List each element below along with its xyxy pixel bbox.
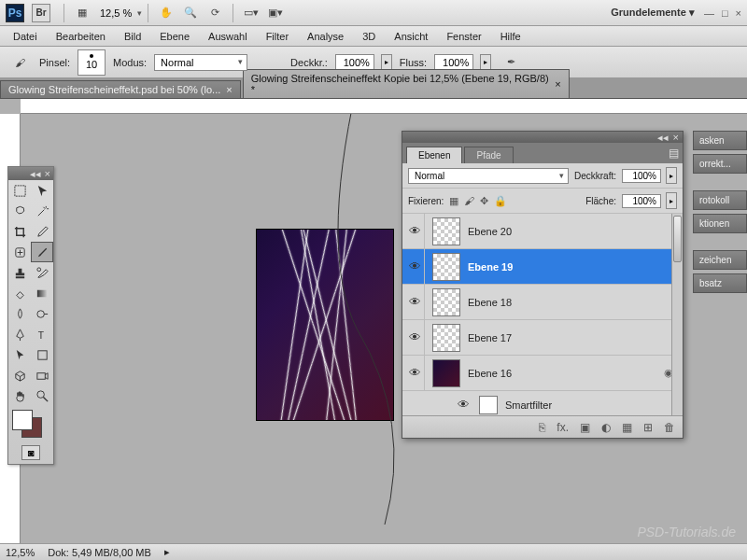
- scroll-thumb[interactable]: [673, 216, 682, 262]
- toolbox-header[interactable]: ◂◂×: [8, 167, 53, 180]
- move-tool-icon[interactable]: [31, 180, 53, 201]
- menu-fenster[interactable]: Fenster: [437, 28, 490, 45]
- opacity-flyout-icon[interactable]: ▸: [666, 167, 677, 184]
- menu-analyse[interactable]: Analyse: [298, 28, 353, 45]
- layer-blend-select[interactable]: Normal: [408, 168, 569, 184]
- layer-thumbnail[interactable]: [432, 359, 460, 387]
- workspace-select[interactable]: Grundelemente ▾: [611, 7, 695, 19]
- eyedropper-tool-icon[interactable]: [31, 221, 53, 242]
- layer-name[interactable]: Ebene 18: [468, 297, 512, 308]
- doc-tab-1[interactable]: Glowing Streifenscheineffekt.psd bei 50%…: [0, 80, 241, 98]
- foreground-swatch[interactable]: [12, 410, 33, 430]
- zoom-select[interactable]: 12,5 %: [100, 7, 132, 19]
- shape-tool-icon[interactable]: [31, 344, 53, 365]
- menu-bild[interactable]: Bild: [115, 28, 150, 45]
- blur-tool-icon[interactable]: [8, 303, 31, 324]
- type-tool-icon[interactable]: T: [31, 324, 53, 344]
- hand-tool-icon[interactable]: ✋: [156, 4, 176, 22]
- menu-datei[interactable]: Datei: [4, 28, 47, 45]
- visibility-toggle-icon[interactable]: 👁: [408, 366, 423, 380]
- close-tab-icon[interactable]: ×: [226, 84, 232, 95]
- panel-tab-zeichen[interactable]: zeichen: [693, 250, 747, 270]
- color-swatches[interactable]: [8, 406, 53, 441]
- panel-tab-korrekt[interactable]: orrekt...: [693, 154, 747, 174]
- adjustment-layer-icon[interactable]: ◐: [601, 421, 611, 434]
- 3d-tool-icon[interactable]: [8, 365, 31, 385]
- menu-hilfe[interactable]: Hilfe: [491, 28, 530, 45]
- layer-row[interactable]: 👁Ebene 16◉: [402, 356, 683, 391]
- collapse-icon[interactable]: ◂◂: [657, 132, 669, 144]
- eraser-tool-icon[interactable]: [8, 283, 31, 303]
- menu-bearbeiten[interactable]: Bearbeiten: [47, 28, 115, 45]
- scrollbar[interactable]: [671, 214, 683, 415]
- screen-mode-icon[interactable]: ▣▾: [265, 4, 286, 22]
- panel-tab-absatz[interactable]: bsatz: [693, 273, 747, 293]
- group-icon[interactable]: ▦: [622, 421, 632, 434]
- delete-layer-icon[interactable]: 🗑: [664, 421, 675, 434]
- layer-name[interactable]: Ebene 17: [468, 332, 512, 343]
- smartfilter-row[interactable]: 👁Smartfilter: [402, 391, 683, 415]
- pen-tool-icon[interactable]: [8, 324, 31, 344]
- layer-mask-icon[interactable]: ▣: [580, 421, 590, 434]
- wand-tool-icon[interactable]: [31, 201, 53, 221]
- rotate-view-icon[interactable]: ⟳: [204, 4, 225, 22]
- close-tab-icon[interactable]: ×: [555, 78, 560, 90]
- lock-transparency-icon[interactable]: ▦: [449, 195, 458, 207]
- layer-opacity-input[interactable]: 100%: [622, 169, 661, 183]
- hand-tool-icon[interactable]: [8, 385, 31, 406]
- layer-thumbnail[interactable]: [432, 217, 460, 245]
- marquee-tool-icon[interactable]: [8, 180, 31, 201]
- minimize-icon[interactable]: —: [704, 7, 714, 19]
- zoom-tool-icon[interactable]: 🔍: [180, 4, 201, 22]
- fill-flyout-icon[interactable]: ▸: [666, 192, 677, 209]
- tab-ebenen[interactable]: Ebenen: [406, 147, 462, 163]
- menu-3d[interactable]: 3D: [353, 28, 385, 45]
- status-zoom[interactable]: 12,5%: [6, 547, 35, 558]
- doc-tab-2[interactable]: Glowing Streifenscheineffekt Kopie bei 1…: [243, 69, 570, 98]
- layer-fill-input[interactable]: 100%: [622, 194, 661, 208]
- new-layer-icon[interactable]: ⊞: [643, 421, 653, 434]
- flow-input[interactable]: 100%: [434, 54, 473, 71]
- visibility-toggle-icon[interactable]: 👁: [408, 330, 423, 344]
- opacity-input[interactable]: 100%: [335, 54, 374, 71]
- close-icon[interactable]: ×: [45, 168, 50, 179]
- layer-row[interactable]: 👁Ebene 17: [402, 320, 683, 356]
- history-brush-tool-icon[interactable]: [31, 262, 53, 283]
- path-select-tool-icon[interactable]: [8, 344, 31, 365]
- quickmask-icon[interactable]: ◙: [21, 445, 40, 460]
- chevron-down-icon[interactable]: ▾: [137, 8, 142, 18]
- zoom-tool-icon[interactable]: [31, 385, 53, 406]
- lasso-tool-icon[interactable]: [8, 201, 31, 221]
- close-icon[interactable]: ×: [673, 132, 679, 143]
- menu-auswahl[interactable]: Auswahl: [199, 28, 257, 45]
- collapse-icon[interactable]: ◂◂: [30, 168, 41, 180]
- opacity-flyout-icon[interactable]: ▸: [381, 54, 392, 71]
- link-layers-icon[interactable]: ⎘: [539, 421, 545, 434]
- panel-tab-masken[interactable]: asken: [693, 131, 747, 150]
- layer-thumbnail[interactable]: [432, 288, 460, 316]
- menu-ebene[interactable]: Ebene: [150, 28, 199, 45]
- gradient-tool-icon[interactable]: [31, 283, 53, 303]
- visibility-toggle-icon[interactable]: 👁: [408, 259, 423, 273]
- layer-name[interactable]: Ebene 16: [468, 368, 512, 379]
- crop-tool-icon[interactable]: [8, 221, 31, 242]
- status-flyout-icon[interactable]: ▸: [164, 546, 170, 558]
- layer-thumbnail[interactable]: [432, 253, 460, 281]
- 3d-camera-tool-icon[interactable]: [31, 365, 53, 385]
- flow-flyout-icon[interactable]: ▸: [480, 54, 491, 71]
- visibility-toggle-icon[interactable]: 👁: [456, 398, 471, 412]
- layer-thumbnail[interactable]: [432, 324, 460, 352]
- blend-mode-select[interactable]: Normal: [154, 54, 247, 71]
- lock-pixels-icon[interactable]: 🖌: [464, 195, 474, 206]
- panel-tab-protokoll[interactable]: rotokoll: [693, 190, 747, 210]
- heal-tool-icon[interactable]: [8, 242, 31, 262]
- bridge-logo-icon[interactable]: Br: [32, 4, 50, 22]
- layer-fx-icon[interactable]: fx.: [557, 421, 569, 434]
- status-doc-size[interactable]: Dok: 5,49 MB/8,00 MB: [48, 547, 151, 558]
- layer-name[interactable]: Ebene 20: [468, 226, 512, 237]
- menu-ansicht[interactable]: Ansicht: [385, 28, 437, 45]
- layer-row[interactable]: 👁Ebene 18: [402, 285, 683, 320]
- layer-row[interactable]: 👁Ebene 20: [402, 214, 683, 249]
- panel-tab-aktionen[interactable]: ktionen: [693, 214, 747, 233]
- tab-pfade[interactable]: Pfade: [464, 147, 513, 163]
